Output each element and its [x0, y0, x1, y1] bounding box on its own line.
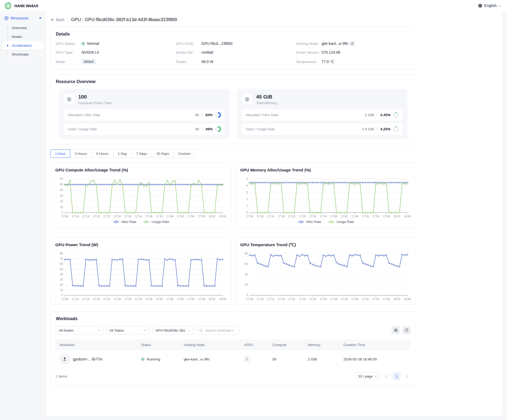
workload-name[interactable]: gpuburn-...-lb77m: [73, 357, 103, 361]
svg-text:40: 40: [245, 273, 248, 276]
workload-status: Running: [147, 357, 160, 361]
compute-trend-card: GPU Compute Alloc/Usage Trend (%) 010203…: [50, 163, 231, 229]
column-settings-icon: [394, 328, 398, 332]
sidebar-item-overview[interactable]: Overview: [2, 23, 44, 32]
svg-text:17:26: 17:26: [114, 297, 121, 300]
item-bullet-dot: [7, 45, 8, 46]
item-bullet-dot: [7, 27, 8, 29]
sidebar-section-resources[interactable]: Resources: [2, 14, 44, 22]
sidebar-item-accelerators[interactable]: Accelerators: [2, 41, 44, 50]
svg-text:18:02: 18:02: [393, 297, 400, 300]
field-gpu-type: GPU Type: NVIDIA L4: [56, 50, 170, 54]
time-range-30-days[interactable]: 30 Days: [152, 150, 174, 158]
workload-avatar: [60, 354, 70, 364]
search-input[interactable]: [205, 328, 234, 333]
sidebar-item-nodes[interactable]: Nodes: [2, 32, 44, 41]
svg-text:60: 60: [60, 262, 63, 265]
language-selector[interactable]: English: [478, 3, 501, 8]
sidebar-item-label: Overview: [12, 26, 27, 30]
svg-text:80: 80: [60, 252, 63, 255]
compute-subtitle: Compute Power Total: [78, 101, 111, 105]
status-normal-icon: [81, 42, 85, 45]
time-range-3-hours[interactable]: 3 Hours: [70, 150, 92, 158]
svg-text:18:06: 18:06: [219, 297, 226, 300]
section-caret-icon: [39, 17, 42, 19]
page-size-select[interactable]: 10 / page: [355, 372, 380, 380]
svg-text:17:38: 17:38: [146, 215, 153, 218]
workload-search: [197, 326, 239, 335]
sidebar-item-workloads[interactable]: Workloads: [2, 50, 44, 59]
prev-page-button[interactable]: [383, 372, 390, 380]
arrow-left-icon: [51, 18, 54, 21]
gpu-filter-select[interactable]: GPU-f9cd036c-382...: [153, 326, 193, 335]
svg-text:17:46: 17:46: [166, 297, 173, 300]
memory-trend-card: GPU Memory Alloc/Usage Trend (%) 0123451…: [235, 163, 416, 229]
time-range-6-hours[interactable]: 6 Hours: [92, 150, 114, 158]
svg-text:17:30: 17:30: [309, 297, 316, 300]
svg-text:17:18: 17:18: [93, 215, 100, 218]
sidebar-tree: Overview Nodes Accelerators Workloads: [2, 23, 44, 59]
svg-text:17:30: 17:30: [309, 215, 316, 218]
field-temperature: Temperature: 77.0 °C: [296, 59, 411, 64]
svg-text:17:18: 17:18: [278, 215, 285, 218]
svg-text:17:22: 17:22: [103, 215, 110, 218]
legend-alloc-rate[interactable]: Alloc Rate: [298, 220, 321, 224]
back-button[interactable]: Back: [51, 18, 64, 22]
svg-text:1: 1: [246, 204, 248, 207]
svg-text:17:46: 17:46: [351, 297, 358, 300]
chart-title: GPU Memory Alloc/Usage Trend (%): [240, 168, 412, 172]
next-page-button[interactable]: [403, 372, 411, 380]
svg-text:17:14: 17:14: [267, 215, 274, 218]
refresh-button[interactable]: [402, 326, 411, 335]
svg-text:17:42: 17:42: [341, 215, 348, 218]
svg-text:17:06: 17:06: [246, 215, 253, 218]
items-count: 1 items: [56, 374, 67, 378]
chart-legend: Alloc Rate Usage Rate: [240, 220, 412, 224]
svg-text:17:34: 17:34: [320, 297, 327, 300]
column-settings-button[interactable]: [392, 326, 400, 335]
col-vgpu: vGPU: [240, 339, 269, 350]
compute-resource-panel: 100 Compute Power Total Allocated / Allo…: [59, 89, 229, 139]
svg-text:17:38: 17:38: [146, 297, 153, 300]
workload-compute: 50: [269, 350, 304, 368]
svg-text:17:42: 17:42: [341, 297, 348, 300]
time-range-1-day[interactable]: 1 Day: [113, 150, 132, 158]
external-link-icon[interactable]: [350, 42, 354, 45]
page-1-button[interactable]: 1: [393, 372, 400, 380]
nodes-filter-select[interactable]: All Nodes: [56, 326, 103, 335]
compute-alloc-row: Allocated / Alloc Rate 50 / 50%: [64, 109, 225, 121]
legend-usage-rate[interactable]: Usage Rate: [143, 220, 169, 224]
compute-trend-chart: 010203040506017:0617:1017:1417:1817:2217…: [55, 176, 227, 219]
workloads-title: Workloads: [56, 316, 411, 321]
table-row[interactable]: gpuburn-...-lb77m Running gke-kant.: [56, 350, 411, 368]
svg-text:17:22: 17:22: [288, 297, 295, 300]
time-range-1-hour[interactable]: 1 Hour: [50, 150, 70, 158]
svg-text:17:14: 17:14: [82, 297, 89, 300]
compute-usage-row: Used / Usage Rate 49 / 49%: [64, 123, 225, 135]
svg-text:4: 4: [246, 184, 248, 187]
time-range-7-days[interactable]: 7 Days: [131, 150, 152, 158]
time-range-group: 1 Hour 3 Hours 6 Hours 1 Day 7 Days 30 D…: [50, 150, 195, 158]
svg-text:17:46: 17:46: [166, 215, 173, 218]
svg-text:17:18: 17:18: [278, 297, 285, 300]
vgpu-chip: 1: [244, 356, 250, 362]
col-hosting-node: Hosting Node: [180, 339, 240, 350]
legend-usage-rate[interactable]: Usage Rate: [328, 220, 354, 224]
field-power: Power: 68.8 W: [176, 59, 290, 64]
svg-text:80: 80: [245, 252, 248, 255]
memory-alloc-row: Allocated / Alloc Rate 2 GiB / 4.45%: [242, 109, 403, 121]
legend-alloc-rate[interactable]: Alloc Rate: [113, 220, 136, 224]
status-filter-select[interactable]: All Status: [107, 326, 149, 335]
alloc-donut: [215, 112, 221, 118]
pagination: 10 / page 1: [355, 372, 411, 380]
svg-text:17:06: 17:06: [246, 297, 253, 300]
field-hosting-node: Hosting Node: gke-kant...e-3fln: [296, 41, 411, 46]
svg-text:17:14: 17:14: [267, 297, 274, 300]
power-trend-card: GPU Power Trend (W) 0102030405060708017:…: [50, 237, 231, 305]
chevron-left-icon: [385, 375, 388, 378]
workloads-table: Workload Status Hosting Node vGPU Comput…: [56, 339, 411, 368]
chevron-down-icon: [375, 375, 377, 377]
time-range-custom[interactable]: Custom: [174, 150, 195, 158]
workloads-card: Workloads All Nodes All Status GPU-f9cd0…: [50, 311, 416, 385]
svg-text:30: 30: [60, 194, 63, 197]
